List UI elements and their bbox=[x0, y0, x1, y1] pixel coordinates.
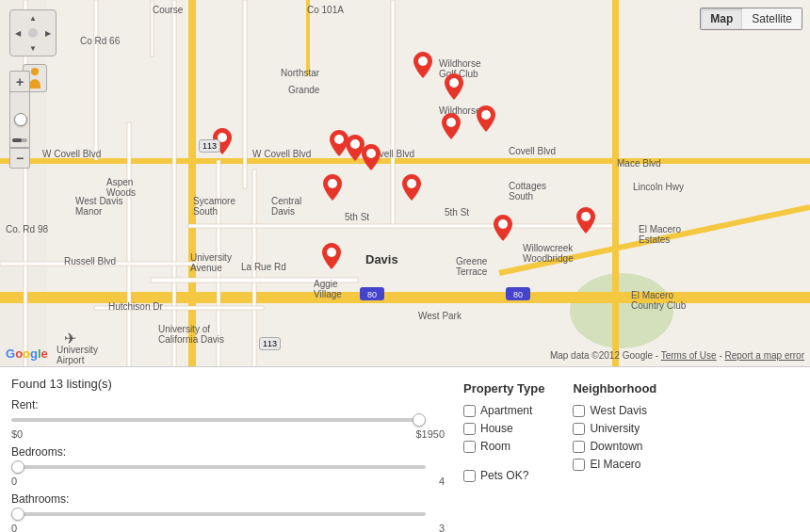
map-label-westdavis: West DavisManor bbox=[75, 196, 122, 217]
map-label-central: CentralDavis bbox=[271, 196, 301, 217]
rent-values: $0 $1950 bbox=[11, 428, 445, 440]
checkbox-apartment[interactable]: Apartment bbox=[463, 404, 544, 417]
svg-point-28 bbox=[446, 118, 456, 127]
svg-rect-10 bbox=[391, 0, 395, 226]
bathrooms-slider[interactable] bbox=[11, 512, 426, 516]
bedrooms-max-value: 4 bbox=[439, 476, 445, 487]
terms-of-use-link[interactable]: Terms of Use bbox=[661, 350, 717, 361]
map-pin-11[interactable] bbox=[322, 243, 341, 269]
apartment-label: Apartment bbox=[480, 404, 532, 417]
checkbox-el-macero[interactable]: El Macero bbox=[573, 458, 656, 471]
map-label-aspen: AspenWoods bbox=[106, 177, 136, 198]
nav-control[interactable]: ▲ ◀ ▶ ▼ bbox=[9, 9, 57, 56]
map-label-greene: GreeneTerrace bbox=[456, 256, 487, 277]
west-davis-checkbox[interactable] bbox=[573, 405, 585, 417]
checkbox-house[interactable]: House bbox=[463, 422, 544, 435]
map-label-univ-ave: UniversityAvenue bbox=[190, 252, 232, 273]
downtown-checkbox[interactable] bbox=[573, 441, 585, 453]
rent-slider[interactable] bbox=[11, 418, 426, 422]
nav-up[interactable]: ▲ bbox=[25, 10, 40, 25]
map-label-wcovell-w: W Covell Blvd bbox=[42, 149, 101, 159]
map-label-mace: Mace Blvd bbox=[617, 158, 661, 169]
map-pin-12[interactable] bbox=[494, 215, 512, 241]
nav-left[interactable]: ◀ bbox=[10, 25, 25, 40]
nav-blank3 bbox=[10, 40, 25, 56]
map-pin-9[interactable] bbox=[323, 174, 342, 201]
checkbox-university[interactable]: University bbox=[573, 422, 656, 435]
map-label-cottages: CottagesSouth bbox=[509, 181, 546, 202]
checkbox-downtown[interactable]: Downtown bbox=[573, 440, 656, 453]
room-label: Room bbox=[480, 440, 510, 453]
nav-blank4 bbox=[40, 40, 56, 56]
map-copyright: Map data ©2012 Google - bbox=[550, 350, 661, 361]
map-label-davis: Davis bbox=[365, 252, 398, 266]
west-davis-label: West Davis bbox=[590, 404, 646, 417]
map-label-hutchison: Hutchison Dr bbox=[108, 301, 163, 312]
checkbox-room[interactable]: Room bbox=[463, 440, 544, 453]
filters-right: Property Type Apartment House Room bbox=[463, 377, 656, 523]
svg-text:80: 80 bbox=[367, 290, 377, 299]
svg-point-29 bbox=[481, 110, 491, 120]
rent-min-value: $0 bbox=[11, 428, 23, 440]
svg-point-34 bbox=[328, 179, 337, 188]
bedrooms-min-value: 0 bbox=[11, 476, 17, 487]
svg-rect-6 bbox=[612, 0, 619, 366]
property-type-header: Property Type bbox=[463, 381, 544, 395]
room-checkbox[interactable] bbox=[463, 441, 476, 453]
svg-point-38 bbox=[581, 212, 591, 221]
checkbox-west-davis[interactable]: West Davis bbox=[573, 404, 656, 417]
pets-ok-checkbox-item[interactable]: Pets OK? bbox=[463, 469, 528, 482]
house-checkbox[interactable] bbox=[463, 423, 476, 435]
google-logo: Google bbox=[6, 347, 48, 361]
rent-filter: Rent: $0 $1950 bbox=[11, 398, 445, 440]
map-label-willowcreek: WillowcreekWoodbridge bbox=[523, 243, 574, 264]
map-pin-13[interactable] bbox=[576, 207, 595, 234]
map-pin-2[interactable] bbox=[445, 73, 463, 100]
map-pin-8[interactable] bbox=[362, 144, 381, 170]
svg-rect-8 bbox=[172, 0, 176, 366]
filters-left: Found 13 listing(s) Rent: $0 $1950 Bedro… bbox=[11, 377, 445, 523]
map-label-lincoln: Lincoln Hwy bbox=[633, 182, 684, 192]
nav-right[interactable]: ▶ bbox=[40, 25, 56, 40]
rent-label: Rent: bbox=[11, 398, 445, 411]
neighborhood-header: Neighborhood bbox=[573, 381, 656, 395]
map-pin-4[interactable] bbox=[477, 105, 495, 132]
map-label-elmacero-est: El MaceroEstates bbox=[639, 224, 681, 245]
nav-down[interactable]: ▼ bbox=[25, 40, 40, 56]
zoom-out-button[interactable]: − bbox=[9, 148, 30, 169]
pets-ok-section: Pets OK? bbox=[463, 469, 544, 482]
map-pin-3[interactable] bbox=[442, 113, 461, 139]
svg-text:80: 80 bbox=[513, 290, 523, 299]
rent-max-value: $1950 bbox=[415, 428, 445, 440]
bedrooms-slider[interactable] bbox=[11, 465, 426, 469]
map-footer-text: Map data ©2012 Google - Terms of Use - R… bbox=[550, 350, 804, 361]
map-label-grande: Grande bbox=[288, 85, 319, 95]
map-label-covell-e: Covell Blvd bbox=[509, 146, 556, 156]
map-pin-1[interactable] bbox=[413, 52, 432, 78]
svg-point-31 bbox=[334, 135, 344, 144]
report-map-error-link[interactable]: Report a map error bbox=[725, 350, 804, 361]
svg-point-33 bbox=[366, 149, 376, 158]
satellite-view-button[interactable]: Satellite bbox=[742, 8, 802, 29]
el-macero-checkbox[interactable] bbox=[573, 459, 585, 471]
map-type-control: Map Satellite bbox=[700, 8, 802, 30]
zoom-in-button[interactable]: + bbox=[9, 71, 30, 91]
apartment-checkbox[interactable] bbox=[463, 405, 476, 417]
main-container: 80 80 Northstar Grande WildhorseGolf Clu… bbox=[0, 0, 810, 532]
pets-ok-checkbox[interactable] bbox=[463, 470, 476, 482]
zoom-controls: + − bbox=[9, 71, 30, 169]
university-checkbox[interactable] bbox=[573, 423, 585, 435]
map-label-cord66: Co Rd 66 bbox=[80, 36, 120, 46]
map-pin-10[interactable] bbox=[402, 174, 421, 201]
bathrooms-label: Bathrooms: bbox=[11, 492, 445, 506]
bathrooms-max-value: 3 bbox=[439, 523, 445, 532]
map-label-russell: Russell Blvd bbox=[64, 256, 116, 266]
svg-rect-9 bbox=[243, 0, 247, 188]
bathrooms-min-value: 0 bbox=[11, 523, 17, 532]
nav-blank bbox=[10, 10, 25, 25]
map-label-aggie: AggieVillage bbox=[314, 279, 342, 299]
map-view-button[interactable]: Map bbox=[701, 8, 742, 29]
bathrooms-values: 0 3 bbox=[11, 523, 445, 532]
university-label: University bbox=[590, 422, 640, 435]
found-listings: Found 13 listing(s) bbox=[11, 377, 445, 391]
